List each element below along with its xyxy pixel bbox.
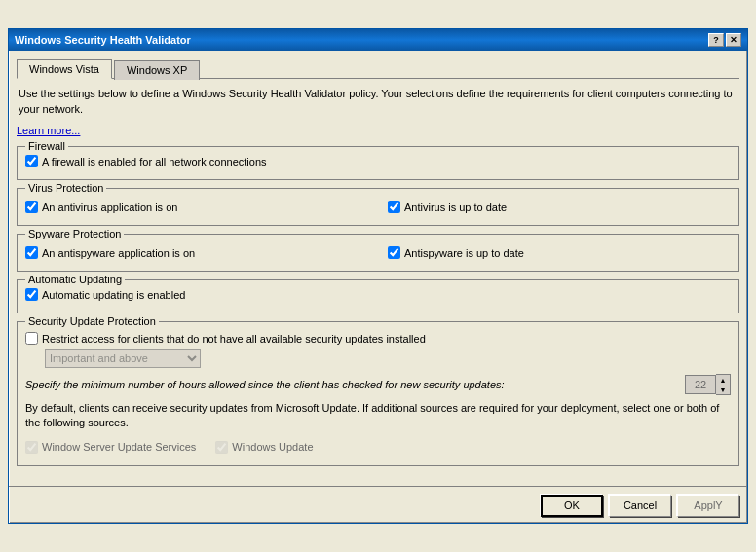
security-update-title: Security Update Protection [25,315,159,327]
antivirus-updated-label: Antivirus is up to date [404,202,507,213]
virus-group: Virus Protection An antivirus applicatio… [17,188,739,226]
tab-bar: Windows Vista Windows XP [17,58,739,79]
restrict-access-label: Restrict access for clients that do not … [42,333,426,345]
spyware-content: An antispyware application is on Antispy… [25,242,731,263]
restrict-access-checkbox[interactable] [25,332,38,345]
sources-checkboxes: Window Server Update Services Windows Up… [25,437,731,458]
hours-input[interactable] [685,375,716,394]
hours-up-button[interactable]: ▲ [716,375,730,385]
severity-dropdown[interactable]: Important and above [45,349,201,368]
close-button[interactable]: ✕ [726,33,741,47]
cancel-button[interactable]: Cancel [609,495,671,517]
firewall-checkbox-row: A firewall is enabled for all network co… [25,155,731,167]
antivirus-updated-checkbox[interactable] [388,201,400,213]
firewall-label: A firewall is enabled for all network co… [42,156,267,167]
security-update-content: Restrict access for clients that do not … [25,332,731,458]
sources-text: By default, clients can receive security… [25,401,731,431]
help-button[interactable]: ? [708,33,724,47]
antispyware-updated-row: Antispyware is up to date [388,246,731,259]
apply-button[interactable]: ApplY [677,495,739,517]
firewall-title: Firewall [25,140,68,152]
hours-label: Specify the minimum number of hours allo… [25,379,679,390]
hours-row: Specify the minimum number of hours allo… [25,374,731,395]
windows-update-source-row: Windows Update [215,441,313,454]
restrict-access-row: Restrict access for clients that do not … [25,332,731,345]
ok-button[interactable]: OK [541,495,603,517]
wsus-source-row: Window Server Update Services [25,441,196,454]
bottom-bar: OK Cancel ApplY [9,486,747,523]
hours-spinner: ▲ ▼ [716,374,731,395]
firewall-group: Firewall A firewall is enabled for all n… [17,146,739,180]
hours-input-group: ▲ ▼ [685,374,731,395]
tab-windows-vista[interactable]: Windows Vista [17,59,112,79]
spyware-group: Spyware Protection An antispyware applic… [17,234,739,272]
auto-update-title: Automatic Updating [25,274,125,285]
wsus-label: Window Server Update Services [42,441,196,453]
hours-down-button[interactable]: ▼ [716,385,730,394]
auto-update-checkbox-row: Automatic updating is enabled [25,288,731,301]
auto-update-label: Automatic updating is enabled [42,289,185,301]
auto-update-content: Automatic updating is enabled [25,288,731,301]
windows-update-checkbox[interactable] [215,441,228,454]
firewall-content: A firewall is enabled for all network co… [25,155,731,167]
antispyware-on-checkbox[interactable] [25,246,38,259]
learn-more-link[interactable]: Learn more... [17,125,739,136]
antispyware-updated-label: Antispyware is up to date [404,247,524,259]
antivirus-on-row: An antivirus application is on [25,201,368,213]
virus-content: An antivirus application is on Antivirus… [25,197,731,217]
virus-title: Virus Protection [25,182,106,194]
title-bar-controls: ? ✕ [708,33,741,47]
antispyware-on-row: An antispyware application is on [25,246,368,259]
severity-dropdown-row: Important and above [45,349,731,368]
antispyware-updated-checkbox[interactable] [388,246,400,259]
description-text: Use the settings below to define a Windo… [17,87,739,117]
windows-update-label: Windows Update [232,441,313,453]
window-body: Windows Vista Windows XP Use the setting… [9,51,747,482]
spyware-title: Spyware Protection [25,228,124,239]
main-window: Windows Security Health Validator ? ✕ Wi… [8,28,748,524]
antivirus-on-label: An antivirus application is on [42,202,177,213]
tab-windows-xp[interactable]: Windows XP [114,60,200,80]
antivirus-updated-row: Antivirus is up to date [388,201,731,213]
wsus-checkbox[interactable] [25,441,38,454]
virus-two-col: An antivirus application is on Antivirus… [25,197,731,217]
spyware-two-col: An antispyware application is on Antispy… [25,242,731,263]
title-bar: Windows Security Health Validator ? ✕ [9,29,747,51]
antivirus-on-checkbox[interactable] [25,201,38,213]
antispyware-on-label: An antispyware application is on [42,247,195,259]
security-update-group: Security Update Protection Restrict acce… [17,321,739,466]
auto-update-checkbox[interactable] [25,288,38,301]
auto-update-group: Automatic Updating Automatic updating is… [17,279,739,313]
firewall-checkbox[interactable] [25,155,38,167]
window-title: Windows Security Health Validator [15,34,191,46]
